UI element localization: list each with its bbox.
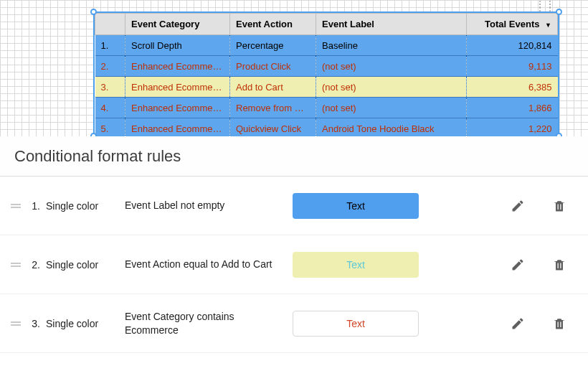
cell-total: 120,814 — [467, 35, 558, 56]
table-header-row: Event Category Event Action Event Label … — [95, 14, 558, 35]
cell-label: (not set) — [316, 77, 467, 98]
rule-condition: Event Category contains Ecommerce — [125, 310, 290, 337]
table-row[interactable]: 4. Enhanced Ecommerce Remove from Cart (… — [95, 98, 558, 118]
swatch-text: Text — [346, 200, 365, 212]
edit-rule-button[interactable] — [503, 192, 532, 220]
th-event-category[interactable]: Event Category — [125, 14, 230, 35]
rule-condition: Event Action equal to Add to Cart — [125, 258, 290, 271]
cell-total: 1,866 — [467, 98, 558, 118]
resize-handle-tl[interactable] — [90, 9, 97, 15]
drag-handle-icon[interactable] — [7, 262, 24, 268]
cell-action: Remove from Cart — [230, 98, 316, 118]
delete-rule-button[interactable] — [545, 192, 574, 220]
trash-icon — [552, 258, 566, 272]
cell-rownum: 4. — [95, 98, 125, 118]
resize-handle-tr[interactable] — [556, 9, 562, 15]
swatch-text: Text — [346, 259, 365, 271]
cell-category: Enhanced Ecommerce — [125, 56, 230, 77]
rule-swatch: Text — [293, 193, 419, 219]
cell-action: Percentage — [230, 35, 316, 56]
th-rownum[interactable] — [95, 14, 125, 35]
th-event-label[interactable]: Event Label — [316, 14, 467, 35]
table-row[interactable]: 5. Enhanced Ecommerce Quickview Click An… — [95, 118, 558, 137]
cell-label: Baseline — [316, 35, 467, 56]
th-total-events[interactable]: Total Events ▼ — [467, 14, 558, 35]
trash-icon — [552, 199, 566, 213]
table-row[interactable]: 3. Enhanced Ecommerce Add to Cart (not s… — [95, 77, 558, 98]
cell-category: Enhanced Ecommerce — [125, 118, 230, 137]
drag-handle-icon[interactable] — [7, 203, 24, 209]
cell-label: Android Tone Hoodie Black — [316, 118, 467, 137]
pencil-icon — [511, 199, 525, 213]
cell-action: Product Click — [230, 56, 316, 77]
cell-action: Quickview Click — [230, 118, 316, 137]
cell-total: 9,113 — [467, 56, 558, 77]
edit-rule-button[interactable] — [503, 309, 532, 338]
table-row[interactable]: 1. Scroll Depth Percentage Baseline 120,… — [95, 35, 558, 56]
rule-type: Single color — [46, 259, 125, 271]
delete-rule-button[interactable] — [545, 309, 574, 338]
trash-icon — [552, 316, 566, 331]
delete-rule-button[interactable] — [545, 250, 574, 279]
rule-row[interactable]: 1. Single color Event Label not empty Te… — [0, 177, 588, 235]
conditional-format-panel-header: Conditional format rules — [0, 136, 588, 177]
cell-rownum: 2. — [95, 56, 125, 77]
sort-desc-icon: ▼ — [545, 22, 551, 29]
cell-category: Enhanced Ecommerce — [125, 77, 230, 98]
cell-total: 1,220 — [467, 118, 558, 137]
rule-type: Single color — [46, 200, 125, 212]
rule-index: 2. — [24, 259, 46, 271]
rule-row[interactable]: 3. Single color Event Category contains … — [0, 294, 588, 353]
cell-rownum: 1. — [95, 35, 125, 56]
cell-rownum: 3. — [95, 77, 125, 98]
cell-total: 6,385 — [467, 77, 558, 98]
swatch-text: Text — [346, 318, 365, 329]
cell-action: Add to Cart — [230, 77, 316, 98]
rule-index: 1. — [24, 200, 46, 212]
pencil-icon — [511, 316, 525, 331]
panel-title: Conditional format rules — [14, 147, 181, 166]
rule-index: 3. — [24, 318, 46, 329]
cell-label: (not set) — [316, 98, 467, 118]
cell-category: Scroll Depth — [125, 35, 230, 56]
cell-label: (not set) — [316, 56, 467, 77]
rule-condition: Event Label not empty — [125, 199, 290, 212]
drag-handle-icon[interactable] — [7, 321, 24, 326]
th-event-action[interactable]: Event Action — [230, 14, 316, 35]
selected-table-frame[interactable]: ⋮⋮⋮⋮ Event Category Event Action Event L… — [93, 11, 559, 136]
table-row[interactable]: 2. Enhanced Ecommerce Product Click (not… — [95, 56, 558, 77]
rule-type: Single color — [46, 318, 125, 329]
event-table: Event Category Event Action Event Label … — [95, 13, 558, 136]
rule-swatch: Text — [293, 252, 419, 278]
edit-rule-button[interactable] — [503, 250, 532, 279]
cell-category: Enhanced Ecommerce — [125, 98, 230, 118]
rule-row[interactable]: 2. Single color Event Action equal to Ad… — [0, 235, 588, 294]
rules-list: 1. Single color Event Label not empty Te… — [0, 177, 588, 376]
cell-rownum: 5. — [95, 118, 125, 137]
rule-swatch: Text — [293, 311, 419, 337]
th-total-label: Total Events — [485, 19, 539, 29]
pencil-icon — [511, 258, 525, 272]
more-options-handle[interactable]: ⋮⋮⋮⋮ — [535, 3, 555, 9]
canvas-area: ⋮⋮⋮⋮ Event Category Event Action Event L… — [0, 0, 588, 136]
